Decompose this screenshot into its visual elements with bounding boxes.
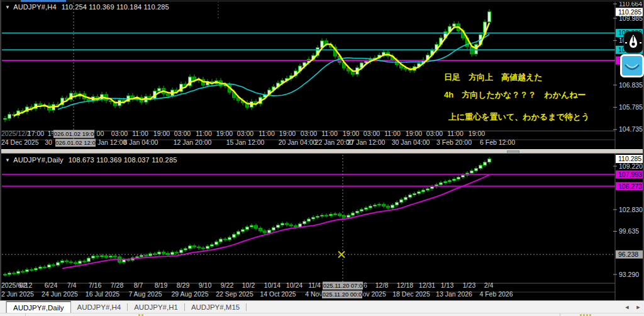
time-tick-label: 1/23 [463,281,476,289]
time-tick-label: 27 Jan 12:00 [347,138,386,146]
time-tick-label: 7/28 [111,281,124,289]
chart-h4-canvas[interactable]: 110.664109.985108.935106.835105.785104.7… [0,0,644,154]
time-tick-label: 8/19 [155,281,168,289]
time-tick-label: 6 Feb 12:00 [480,138,515,146]
time-tick-label: 20 Jan 04:00 [279,138,317,146]
time-tick-label: 18 Dec 2025 [392,290,430,298]
price-box-label: 96.238 [618,251,638,258]
candles-layer [4,9,491,122]
price-box-label: 110.285 [618,8,641,16]
chart-h4-title: ▼AUDJPY#,H4110.254 110.369 110.184 110.2… [5,3,169,11]
dropdown-triangle-icon[interactable]: ▼ [5,4,10,10]
time-tick-label: 19:00 [343,130,359,137]
tab-audjpy-m15[interactable]: AUDJPY#,M15 [185,301,246,313]
time-tick-label: 10/2 [242,281,255,289]
time-tick-label: 2/4 [484,281,494,289]
time-tick-label: 6/24 [45,281,58,289]
price-tick-label: 109.220 [619,162,643,170]
time-tick-label: 7 Aug 2025 [128,290,162,298]
tab-audjpy-h1[interactable]: AUDJPY#,H1 [128,301,184,313]
price-tick-label: 105.785 [619,103,643,111]
window-top-edge [0,0,644,2]
time-tick-label: 8/7 [134,281,143,289]
price-tick-label: 93.290 [619,271,639,278]
time-tick-label: 22 Sep 2025 [216,290,253,298]
time-tick-label: 8 Jan 04:00 [124,138,158,146]
time-tick-label: 11:00 [384,130,401,137]
time-tick-label: 7/16 [89,281,102,289]
price-axis: 109.220102.83099.63593.290110.285107.993… [613,155,643,278]
time-tick-label: 19:00 [279,130,296,137]
status-bar [0,313,644,316]
price-tick-label: 102.830 [619,206,643,213]
time-tick-label: 19:00 [406,130,422,137]
time-tick-label: 24 Dec 2025 [1,138,39,146]
annotation-line-2: 4h 方向したかな？？？ わかんねー [444,89,586,101]
time-tick-label: 10/14 [264,281,280,289]
time-tick-label: 29 Aug 2025 [172,290,209,298]
price-tick-label: 99.635 [619,227,639,235]
time-tick-label: 13 Jan 2026 [436,290,472,298]
time-tick-label: 11:00 [258,130,275,137]
time-tick-label: 1/13 [441,281,454,289]
crosshair-time-label: 2026.01.02 19:00 [51,130,97,137]
time-tick-label: 16 Jul 2025 [86,290,119,298]
window-left-edge [0,0,1,316]
window-title-fragment [21,0,66,2]
moving-average-line [58,35,489,110]
time-tick-label: 12/31 [419,281,435,289]
chart-daily-ohlc: 108.673 110.369 108.037 110.285 [69,156,177,164]
chart-h4-ohlc: 110.254 110.369 110.184 110.285 [62,3,169,11]
time-tick-label: 19:00 [153,130,170,137]
time-tick-label: 9/22 [221,281,234,289]
time-tick-label: 03:00 [174,130,191,137]
time-tick-label: 03:00 [111,130,128,137]
time-tick-label: 12 Jan 20:00 [174,138,212,146]
tab-scroll-right-icon[interactable]: ► [633,301,644,313]
time-tick-label: 12/8 [375,281,389,289]
time-tick-label: 03:00 [237,130,253,137]
splitter-handle[interactable] [507,150,519,154]
price-box-label: 107.993 [618,171,642,178]
time-tick-label: 14 Oct 2025 [260,290,296,298]
price-box-label: 110.285 [618,155,641,162]
time-tick-label: 8/29 [177,281,190,289]
crosshair-time-label: 2025.11.20 07:00 [319,282,365,289]
time-axis: 2025/6/26/126/247/47/167/288/78/198/299/… [1,281,513,298]
tab-audjpy-h4[interactable]: AUDJPY#,H4 [71,301,128,313]
annotation-line-3: 上に重心を置いて、わかるまで待とう [448,111,589,123]
time-tick-label: 19:00 [216,130,233,137]
time-tick-label: 6/12 [19,281,33,289]
time-tick-label: 2025/12/2 [1,130,31,137]
price-tick-label: 106.835 [619,81,643,89]
time-tick-label: 2 Jun 2025 [1,290,34,298]
time-tick-label: 7/4 [67,281,77,289]
time-axis: 2025/12/217:0015::0003:0011:0019:0003:00… [1,130,515,147]
time-tick-label: 17:00 [28,130,44,137]
time-tick-label: 15 Jan 12:00 [226,138,265,146]
time-tick-label: 30 Jan 04:00 [392,138,430,146]
time-tick-label: 11/4 [308,281,321,289]
time-tick-label: Jan 12:00 [97,138,126,146]
time-tick-label: 9/10 [199,281,212,289]
dropdown-triangle-icon[interactable]: ▼ [5,157,10,163]
chart-daily-canvas[interactable]: 109.220102.83099.63593.290110.285107.993… [0,154,644,316]
time-tick-label: 11:00 [447,130,464,137]
price-box-label: 106.273 [618,183,642,190]
time-tick-label: 11:00 [321,130,338,137]
time-tick-label: 03:00 [364,130,380,137]
tab-scroll-left-icon[interactable]: ◄ [621,301,633,313]
tab-audjpy-daily[interactable]: AUDJPY#,Daily [6,301,71,313]
mt4-window: 110.664109.985108.935106.835105.785104.7… [0,0,644,316]
chart-splitter[interactable] [0,149,644,154]
time-tick-label: 11:00 [132,130,148,137]
chart-layers: 109.220102.83099.63593.290110.285107.993… [1,154,643,316]
time-tick-label: 24 Jun 2025 [42,290,78,298]
chart-daily-symbol: AUDJPY#,Daily [13,156,64,164]
chart-tab-bar: AUDJPY#,Daily AUDJPY#,H4 AUDJPY#,H1 AUDJ… [0,300,644,313]
price-tick-label: 104.735 [619,125,643,133]
chart-daily-title: ▼AUDJPY#,Daily108.673 110.369 108.037 11… [5,156,177,164]
crosshair-time-label: 2026.01.02 12:00 [52,139,99,146]
time-tick-label: 19:00 [469,130,485,137]
tabbar-lead [0,301,6,313]
